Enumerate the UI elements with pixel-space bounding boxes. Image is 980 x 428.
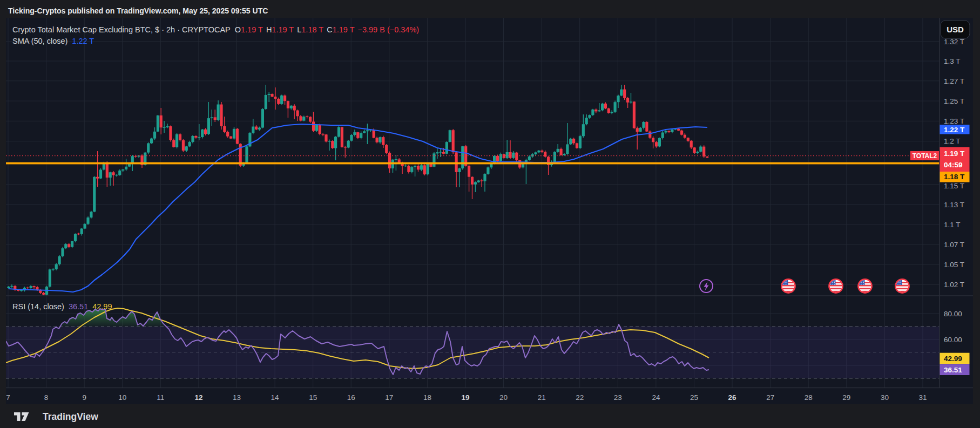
svg-text:60.00: 60.00: [944, 336, 962, 344]
svg-text:TradingView: TradingView: [43, 411, 98, 422]
svg-text:29: 29: [842, 393, 850, 402]
svg-text:1.23 T: 1.23 T: [944, 117, 964, 125]
svg-text:80.00: 80.00: [944, 310, 962, 318]
svg-text:1.15 T: 1.15 T: [944, 182, 964, 190]
svg-text:21: 21: [538, 393, 546, 402]
svg-text:11: 11: [157, 393, 164, 402]
svg-text:24: 24: [652, 393, 660, 402]
svg-text:31: 31: [918, 393, 927, 402]
svg-text:1.25 T: 1.25 T: [944, 97, 964, 105]
svg-text:1.3 T: 1.3 T: [944, 57, 961, 65]
svg-text:25: 25: [690, 393, 698, 402]
svg-text:28: 28: [805, 393, 813, 402]
svg-text:1.27 T: 1.27 T: [944, 77, 964, 85]
svg-text:23: 23: [614, 393, 622, 402]
svg-text:Ticking-Cryptos published on T: Ticking-Cryptos published on TradingView…: [8, 6, 268, 15]
svg-text:8: 8: [44, 393, 49, 402]
svg-text:42.99: 42.99: [944, 355, 962, 363]
svg-text:1.1 T: 1.1 T: [944, 221, 961, 229]
svg-text:27: 27: [766, 393, 774, 402]
svg-text:1.2 T: 1.2 T: [944, 137, 961, 145]
svg-text:1.02 T: 1.02 T: [944, 281, 964, 289]
svg-text:1.22 T: 1.22 T: [944, 126, 965, 134]
svg-text:30: 30: [881, 393, 889, 402]
svg-text:Crypto Total Market Cap Exclud: Crypto Total Market Cap Excluding BTC, $…: [12, 25, 419, 34]
svg-text:9: 9: [82, 393, 86, 402]
svg-text:RSI (14, close)36.5142.99: RSI (14, close)36.5142.99: [12, 302, 112, 311]
svg-text:1.13 T: 1.13 T: [944, 201, 964, 209]
svg-text:20: 20: [499, 393, 508, 402]
svg-text:04:59: 04:59: [944, 161, 963, 169]
svg-text:1.18 T: 1.18 T: [944, 173, 965, 181]
svg-text:7: 7: [6, 393, 10, 402]
svg-text:26: 26: [728, 393, 737, 402]
svg-text:18: 18: [423, 393, 431, 402]
svg-text:12: 12: [194, 393, 202, 402]
svg-text:36.51: 36.51: [944, 366, 962, 374]
svg-text:1.19 T: 1.19 T: [944, 150, 965, 158]
svg-text:22: 22: [576, 393, 584, 402]
svg-text:1.07 T: 1.07 T: [944, 241, 964, 249]
svg-text:TOTAL2: TOTAL2: [913, 152, 937, 160]
svg-text:13: 13: [233, 393, 241, 402]
svg-text:14: 14: [271, 393, 280, 402]
svg-text:16: 16: [347, 393, 355, 402]
svg-text:17: 17: [385, 393, 393, 402]
svg-text:15: 15: [309, 393, 317, 402]
svg-text:1.32 T: 1.32 T: [944, 38, 964, 46]
svg-text:1.05 T: 1.05 T: [944, 261, 964, 269]
svg-text:SMA (50, close)1.22 T: SMA (50, close)1.22 T: [12, 37, 94, 45]
svg-text:19: 19: [461, 393, 469, 402]
svg-text:10: 10: [118, 393, 126, 402]
svg-text:USD: USD: [947, 25, 964, 34]
